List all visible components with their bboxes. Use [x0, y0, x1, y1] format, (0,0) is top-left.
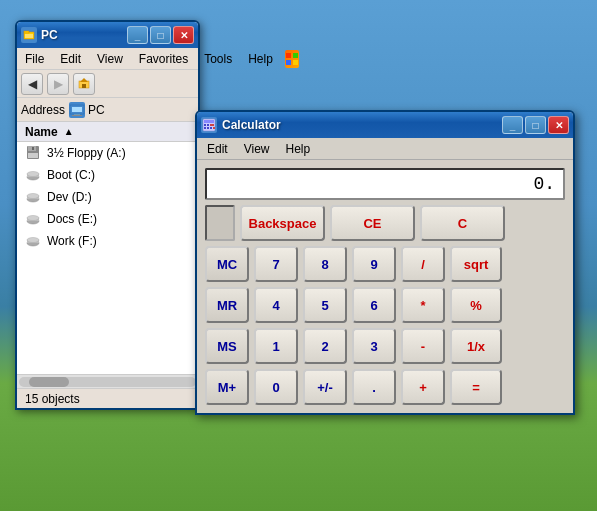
list-item[interactable]: Docs (E:) — [17, 208, 198, 230]
calc-row-4: MS 1 2 3 - 1/x — [205, 328, 565, 364]
equals-button[interactable]: = — [450, 369, 502, 405]
calc-menubar: Edit View Help — [197, 138, 573, 160]
dot-button[interactable]: . — [352, 369, 396, 405]
mc-button[interactable]: MC — [205, 246, 249, 282]
list-item[interactable]: Work (F:) — [17, 230, 198, 252]
divide-button[interactable]: / — [401, 246, 445, 282]
percent-button[interactable]: % — [450, 287, 502, 323]
svg-rect-31 — [204, 120, 214, 123]
mplus-button[interactable]: M+ — [205, 369, 249, 405]
svg-rect-12 — [74, 114, 80, 115]
calc-menu-view[interactable]: View — [240, 141, 274, 157]
file-item-name: Work (F:) — [47, 234, 97, 248]
explorer-window-icon — [21, 27, 37, 43]
backspace-button[interactable]: Backspace — [240, 205, 325, 241]
explorer-title-left: PC — [21, 27, 58, 43]
file-item-name: 3½ Floppy (A:) — [47, 146, 126, 160]
ms-button[interactable]: MS — [205, 328, 249, 364]
explorer-maximize-button[interactable]: □ — [150, 26, 171, 44]
menu-tools[interactable]: Tools — [200, 51, 236, 67]
svg-rect-37 — [210, 127, 212, 129]
mr-button[interactable]: MR — [205, 287, 249, 323]
calc-minimize-button[interactable]: _ — [502, 116, 523, 134]
num3-button[interactable]: 3 — [352, 328, 396, 364]
calc-title-left: Calculator — [201, 117, 281, 133]
svg-rect-34 — [210, 124, 214, 126]
display-value: 0. — [533, 174, 555, 194]
menu-view[interactable]: View — [93, 51, 127, 67]
svg-rect-16 — [28, 153, 38, 158]
scrollbar-thumb[interactable] — [29, 377, 69, 387]
list-item[interactable]: Dev (D:) — [17, 186, 198, 208]
address-label: Address — [21, 103, 65, 117]
address-bar: Address PC — [17, 98, 198, 122]
svg-rect-33 — [207, 124, 209, 126]
svg-rect-38 — [213, 127, 215, 129]
num5-button[interactable]: 5 — [303, 287, 347, 323]
windows-logo-icon — [285, 50, 299, 68]
num0-button[interactable]: 0 — [254, 369, 298, 405]
calc-close-button[interactable]: ✕ — [548, 116, 569, 134]
num1-button[interactable]: 1 — [254, 328, 298, 364]
explorer-title-text: PC — [41, 28, 58, 42]
file-item-name: Docs (E:) — [47, 212, 97, 226]
svg-rect-32 — [204, 124, 206, 126]
explorer-minimize-button[interactable]: _ — [127, 26, 148, 44]
drive-icon — [25, 189, 41, 205]
status-bar: 15 objects — [17, 388, 198, 408]
menu-help[interactable]: Help — [244, 51, 277, 67]
num4-button[interactable]: 4 — [254, 287, 298, 323]
svg-rect-17 — [32, 147, 34, 150]
svg-point-23 — [27, 194, 39, 199]
svg-rect-6 — [293, 60, 298, 65]
back-button[interactable]: ◀ — [21, 73, 43, 95]
num7-button[interactable]: 7 — [254, 246, 298, 282]
inverse-button[interactable]: 1/x — [450, 328, 502, 364]
pc-icon-small — [69, 102, 85, 118]
calc-maximize-button[interactable]: □ — [525, 116, 546, 134]
up-button[interactable] — [73, 73, 95, 95]
file-item-name: Dev (D:) — [47, 190, 92, 204]
num8-button[interactable]: 8 — [303, 246, 347, 282]
ce-button[interactable]: CE — [330, 205, 415, 241]
calc-titlebar-buttons: _ □ ✕ — [502, 116, 569, 134]
drive-icon — [25, 233, 41, 249]
sqrt-button[interactable]: sqrt — [450, 246, 502, 282]
num6-button[interactable]: 6 — [352, 287, 396, 323]
scrollbar-track — [19, 377, 196, 387]
list-item[interactable]: 3½ Floppy (A:) — [17, 142, 198, 164]
calc-menu-edit[interactable]: Edit — [203, 141, 232, 157]
calc-row-1: Backspace CE C — [205, 205, 565, 241]
file-list[interactable]: 3½ Floppy (A:) Boot (C:) Dev (D:) — [17, 142, 198, 374]
status-text: 15 objects — [25, 392, 80, 406]
list-item[interactable]: Boot (C:) — [17, 164, 198, 186]
svg-rect-11 — [72, 107, 82, 112]
forward-button[interactable]: ▶ — [47, 73, 69, 95]
svg-rect-1 — [24, 31, 29, 33]
subtract-button[interactable]: - — [401, 328, 445, 364]
svg-rect-9 — [82, 84, 86, 88]
svg-rect-5 — [286, 60, 291, 65]
explorer-titlebar-buttons: _ □ ✕ — [127, 26, 194, 44]
calc-menu-help[interactable]: Help — [281, 141, 314, 157]
c-button[interactable]: C — [420, 205, 505, 241]
column-name: Name — [25, 125, 58, 139]
menu-file[interactable]: File — [21, 51, 48, 67]
svg-point-29 — [27, 238, 39, 243]
explorer-toolbar: ◀ ▶ — [17, 70, 198, 98]
menu-favorites[interactable]: Favorites — [135, 51, 192, 67]
add-button[interactable]: + — [401, 369, 445, 405]
explorer-close-button[interactable]: ✕ — [173, 26, 194, 44]
file-item-name: Boot (C:) — [47, 168, 95, 182]
menu-edit[interactable]: Edit — [56, 51, 85, 67]
horizontal-scrollbar[interactable] — [17, 374, 198, 388]
num2-button[interactable]: 2 — [303, 328, 347, 364]
calc-display: 0. — [205, 168, 565, 200]
sign-button[interactable]: +/- — [303, 369, 347, 405]
calc-title-text: Calculator — [222, 118, 281, 132]
calculator-window-icon — [201, 117, 217, 133]
multiply-button[interactable]: * — [401, 287, 445, 323]
calc-titlebar: Calculator _ □ ✕ — [197, 112, 573, 138]
num9-button[interactable]: 9 — [352, 246, 396, 282]
drive-icon — [25, 211, 41, 227]
